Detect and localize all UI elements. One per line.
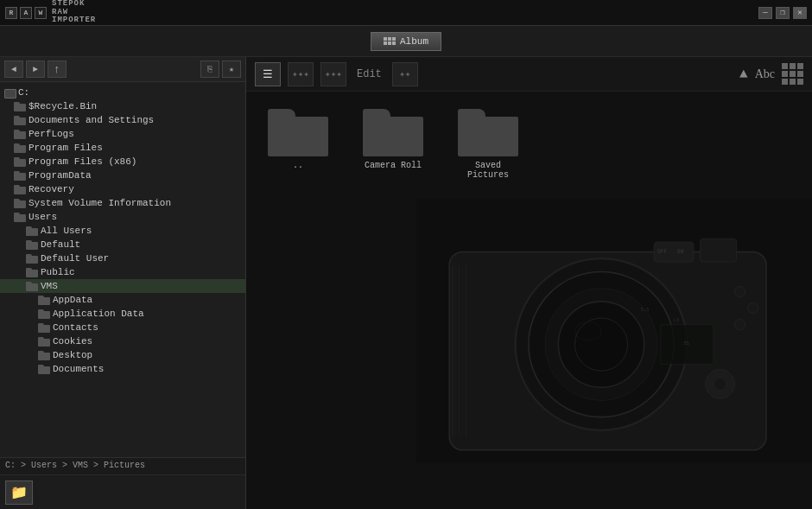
svg-text:55: 55	[683, 340, 688, 346]
tree-item-label: Program Files (x86)	[29, 156, 136, 167]
right-panel: ☰ ✦✦✦ ✦✦✦ Edit ✦✦ ▲ Abc	[246, 57, 812, 509]
main-area: ◄ ► ↑ ⎘ ★ C: $Recycle.Bin Documents and …	[0, 57, 812, 509]
hand-icon: ✦✦✦	[325, 68, 342, 80]
tree-item-label: Application Data	[53, 309, 144, 319]
title-left: R A W STEPOK RAW IMPORTER	[5, 0, 96, 25]
tree-item-users[interactable]: Users	[0, 210, 245, 224]
tree-item-label: Documents	[53, 364, 104, 374]
scroll-up-button[interactable]: ▲	[739, 67, 748, 82]
tree-item-label: Desktop	[53, 350, 92, 360]
tree-item[interactable]: Cookies	[0, 334, 245, 348]
tree-item[interactable]: Public	[0, 265, 245, 279]
tree-item[interactable]: System Volume Information	[0, 196, 245, 210]
tree-item-drive[interactable]: C:	[0, 86, 245, 99]
tree-item[interactable]: AppData	[0, 293, 245, 307]
title-bar: R A W STEPOK RAW IMPORTER — ❐ ✕	[0, 0, 812, 26]
camera-background: OFF ON 5.5 L5 55	[416, 154, 813, 509]
window-controls: — ❐ ✕	[758, 7, 807, 19]
layers-icon: ✦✦	[399, 68, 410, 80]
close-button[interactable]: ✕	[793, 7, 807, 19]
restore-button[interactable]: ❐	[776, 7, 790, 19]
toolbar-right: ▲ Abc	[739, 63, 803, 85]
tree-item-documents[interactable]: Documents	[0, 362, 245, 376]
folder-icon	[38, 296, 50, 305]
content-area: OFF ON 5.5 L5 55	[246, 92, 812, 509]
tree-item[interactable]: Application Data	[0, 307, 245, 321]
tree-item-label: Cookies	[53, 336, 92, 347]
album-button[interactable]: Album	[371, 32, 441, 51]
tree-item[interactable]: ProgramData	[0, 169, 245, 182]
tree-item-label: System Volume Information	[29, 198, 171, 208]
import-button[interactable]: 📁	[5, 480, 33, 505]
folder-item-saved-pictures[interactable]: Saved Pictures	[454, 109, 523, 180]
tree-item[interactable]: Default	[0, 238, 245, 251]
svg-rect-9	[700, 239, 736, 263]
current-path: C: > Users > VMS > Pictures	[5, 461, 145, 470]
grid-cell	[790, 63, 796, 69]
folder-icon	[14, 199, 26, 208]
folder-icon	[26, 240, 38, 250]
left-panel: ◄ ► ↑ ⎘ ★ C: $Recycle.Bin Documents and …	[0, 57, 246, 509]
drive-icon	[3, 88, 16, 98]
tree-item-label: ProgramData	[29, 170, 92, 181]
folder-icon-large	[268, 109, 328, 156]
hand-tool-button[interactable]: ✦✦✦	[320, 62, 346, 86]
app-logo: R A W	[5, 7, 47, 19]
layers-button[interactable]: ✦✦	[392, 62, 418, 86]
svg-text:5.5: 5.5	[640, 308, 649, 313]
grid-cell	[790, 71, 796, 77]
folder-item-parent[interactable]: ..	[263, 109, 333, 170]
grid-cell	[782, 63, 788, 69]
logo-r: R	[5, 7, 17, 19]
folder-icon	[38, 337, 50, 347]
eye-view-button[interactable]: ✦✦✦	[288, 62, 314, 86]
eye-icon: ✦✦✦	[292, 68, 309, 80]
folder-tree[interactable]: C: $Recycle.Bin Documents and Settings P…	[0, 82, 245, 457]
bottom-bar: 📁	[0, 474, 245, 509]
tree-item[interactable]: All Users	[0, 224, 245, 238]
back-button[interactable]: ◄	[4, 60, 23, 78]
tree-item[interactable]: PerfLogs	[0, 127, 245, 141]
up-button[interactable]: ↑	[48, 60, 67, 78]
album-grid-icon	[384, 37, 396, 45]
app-title: STEPOK RAW IMPORTER	[52, 0, 96, 25]
svg-text:OFF: OFF	[657, 249, 666, 255]
tree-item-vms[interactable]: VMS	[0, 279, 245, 293]
svg-text:L5: L5	[674, 317, 679, 322]
tree-item-label: PerfLogs	[29, 129, 74, 139]
tree-item-recovery[interactable]: Recovery	[0, 182, 245, 196]
tree-item[interactable]: Program Files	[0, 141, 245, 155]
tree-item[interactable]: Documents and Settings	[0, 113, 245, 127]
grid-cell	[790, 79, 796, 85]
copy-path-button[interactable]: ⎘	[200, 60, 219, 78]
bookmark-button[interactable]: ★	[222, 60, 241, 78]
album-label: Album	[400, 36, 428, 47]
folder-icon	[26, 282, 38, 291]
forward-button[interactable]: ►	[26, 60, 45, 78]
tree-item-label: Public	[41, 267, 75, 277]
folder-icon	[14, 116, 26, 125]
tree-item[interactable]: Program Files (x86)	[0, 155, 245, 169]
folder-icon	[38, 365, 50, 374]
main-toolbar: Album	[0, 26, 812, 57]
minimize-button[interactable]: —	[758, 7, 772, 19]
abc-label: Abc	[755, 67, 775, 81]
svg-point-6	[574, 318, 627, 371]
tree-item[interactable]: Contacts	[0, 321, 245, 334]
tree-item[interactable]: Desktop	[0, 348, 245, 362]
folder-icon	[26, 226, 38, 236]
view-toolbar: ☰ ✦✦✦ ✦✦✦ Edit ✦✦ ▲ Abc	[246, 57, 812, 92]
list-view-button[interactable]: ☰	[255, 62, 281, 86]
folder-icon	[14, 213, 26, 222]
grid-cell	[782, 79, 788, 85]
folder-icon	[14, 185, 26, 194]
tree-item[interactable]: $Recycle.Bin	[0, 99, 245, 113]
svg-point-21	[713, 378, 726, 391]
tree-item-label: AppData	[53, 295, 92, 305]
tree-item-label: Recovery	[29, 184, 74, 194]
grid-view-button[interactable]	[782, 63, 803, 85]
logo-a: A	[20, 7, 32, 19]
tree-item-label: All Users	[41, 226, 92, 236]
tree-item[interactable]: Default User	[0, 251, 245, 265]
folder-item-camera-roll[interactable]: Camera Roll	[358, 109, 428, 170]
